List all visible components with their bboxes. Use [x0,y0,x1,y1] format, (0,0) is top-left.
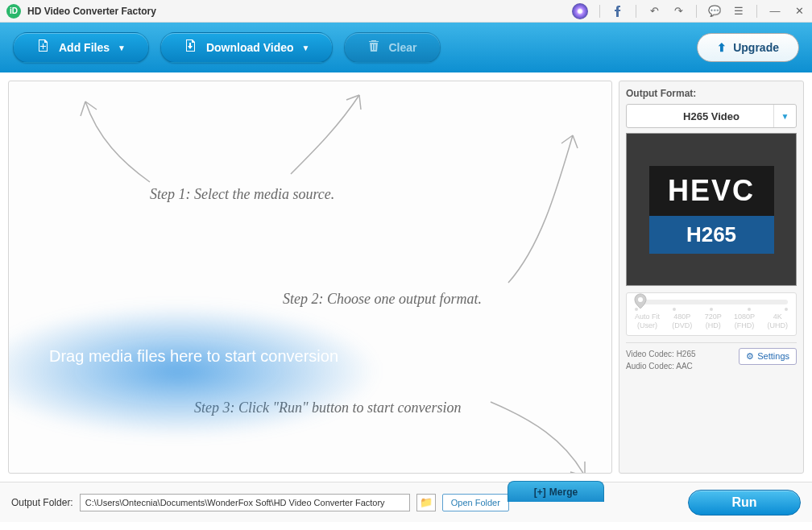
message-icon[interactable]: 💬 [708,5,721,18]
slider-thumb-icon[interactable] [633,292,648,310]
hevc-badge: HEVC H265 [649,166,774,254]
add-file-icon [36,39,51,56]
trash-icon [367,39,380,56]
drag-hint-text: Drag media files here to start conversio… [49,347,338,366]
upgrade-label: Upgrade [733,41,779,54]
codec-info: Video Codec: H265 Audio Codec: AAC [626,348,696,372]
arrow-curve-icon [484,395,597,474]
settings-button[interactable]: ⚙ Settings [739,348,797,365]
dropdown-icon: ▼ [118,43,126,52]
resolution-slider[interactable]: Auto Fit(User) 480P(DVD) 720P(HD) 1080P(… [626,292,797,336]
redo-icon[interactable]: ↷ [672,5,685,18]
close-icon[interactable]: ✕ [793,5,806,18]
arrow-curve-icon [73,89,162,186]
arrow-curve-icon [500,126,589,287]
facebook-icon[interactable] [611,5,624,18]
format-dropdown-icon: ▼ [773,105,796,127]
open-folder-button[interactable]: Open Folder [442,494,509,511]
resolution-labels: Auto Fit(User) 480P(DVD) 720P(HD) 1080P(… [635,313,788,330]
folder-icon: 📁 [420,496,433,508]
separator [756,5,757,18]
download-video-label: Download Video [206,41,294,54]
settings-label: Settings [757,351,789,361]
app-logo-icon: iD [6,4,21,19]
format-selected-value: H265 Video [683,110,740,122]
download-icon [184,39,198,56]
merge-button[interactable]: [+] Merge [508,481,604,502]
app-title: HD Video Converter Factory [27,6,156,17]
disc-icon[interactable] [572,3,588,19]
glow-decoration [8,299,396,444]
format-preview[interactable]: HEVC H265 [626,133,797,286]
clear-label: Clear [388,41,416,54]
arrow-curve-icon [283,85,379,178]
upgrade-button[interactable]: ⬆ Upgrade [697,33,799,62]
hevc-text: HEVC [649,166,774,216]
undo-icon[interactable]: ↶ [648,5,661,18]
add-files-label: Add Files [59,41,110,54]
h265-text: H265 [649,216,774,254]
format-selector[interactable]: H265 Video ▼ [626,104,797,128]
browse-folder-button[interactable]: 📁 [416,494,436,511]
gear-icon: ⚙ [746,351,754,362]
svg-point-0 [638,297,643,302]
separator [599,5,600,18]
add-files-button[interactable]: Add Files ▼ [13,32,149,63]
output-folder-path[interactable]: C:\Users\Ontecnia\Documents\WonderFox So… [80,494,410,511]
toolbar: Add Files ▼ Download Video ▼ Clear ⬆ Upg… [0,23,812,72]
separator [696,5,697,18]
step1-text: Step 1: Select the media source. [150,186,334,203]
output-panel: Output Format: H265 Video ▼ HEVC H265 Au… [619,81,804,474]
dropdown-icon: ▼ [302,43,310,52]
titlebar: iD HD Video Converter Factory ↶ ↷ 💬 ☰ — … [0,0,812,23]
run-button[interactable]: Run [688,490,801,516]
footer: Output Folder: C:\Users\Ontecnia\Documen… [0,482,812,522]
output-format-label: Output Format: [626,88,797,99]
main-drop-area[interactable]: Step 1: Select the media source. Step 2:… [8,81,612,474]
menu-icon[interactable]: ☰ [732,5,745,18]
merge-icon: [+] [534,487,546,498]
separator [636,5,636,18]
merge-label: Merge [549,487,578,498]
download-video-button[interactable]: Download Video ▼ [160,32,334,63]
clear-button[interactable]: Clear [344,32,440,63]
upgrade-arrow-icon: ⬆ [717,41,727,54]
minimize-icon[interactable]: — [768,5,781,18]
output-folder-label: Output Folder: [11,497,73,508]
